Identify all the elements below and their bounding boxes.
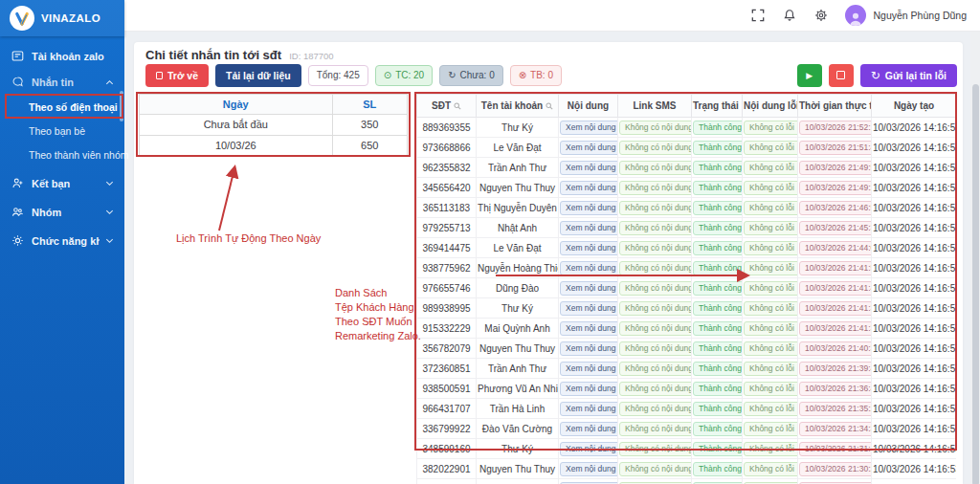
execution-time-badge: 10/03/2026 21:41:47 xyxy=(799,281,872,296)
start-button[interactable]: ▶ xyxy=(797,64,822,87)
table-header-row: SĐT Tên tài khoản Nội dung Link SMS Trạn… xyxy=(417,95,957,118)
status-badge: Thành công xyxy=(693,281,743,296)
cell-created-date: 10/03/2026 14:16:53 xyxy=(872,419,957,439)
schedule-col-sl: SL xyxy=(332,95,407,115)
view-content-button[interactable]: Xem nội dung xyxy=(560,362,618,376)
status-badge: Thành công xyxy=(693,341,743,356)
total-badge: Tổng: 425 xyxy=(308,65,368,86)
error-content-badge: Không có lỗi xyxy=(744,281,798,296)
error-content-badge: Không có lỗi xyxy=(744,181,798,195)
error-content-badge: Không có lỗi xyxy=(744,442,798,456)
resend-failed-button[interactable]: ↻ Gửi lại tin lỗi xyxy=(860,64,957,87)
cell-account-name: Trần Anh Thư xyxy=(477,359,559,379)
error-content-badge: Không có lỗi xyxy=(744,201,798,215)
cell-phone: 365113183 xyxy=(417,198,477,218)
cell-created-date: 10/03/2026 14:16:53 xyxy=(872,158,957,178)
error-content-badge: Không có lỗi xyxy=(744,402,798,416)
execution-time-badge: 10/03/2026 21:34:37 xyxy=(799,422,872,436)
view-content-button[interactable]: Xem nội dung xyxy=(560,141,618,155)
error-content-badge: Không có lỗi xyxy=(744,241,798,255)
cell-phone: 369414475 xyxy=(417,238,477,258)
schedule-col-ngay: Ngày xyxy=(140,95,333,115)
cell-phone: 979255713 xyxy=(417,218,477,238)
view-content-button[interactable]: Xem nội dung xyxy=(560,121,618,135)
cell-phone: 356782079 xyxy=(417,339,477,359)
schedule-row: 10/03/26 650 xyxy=(140,135,408,156)
view-content-button[interactable]: Xem nội dung xyxy=(560,341,618,356)
bell-icon[interactable] xyxy=(782,8,797,23)
cell-phone: 962355832 xyxy=(417,158,477,178)
col-link-sms[interactable]: Link SMS xyxy=(618,95,692,118)
view-content-button[interactable]: Xem nội dung xyxy=(560,462,618,476)
view-content-button[interactable]: Xem nội dung xyxy=(560,321,618,336)
view-content-button[interactable]: Xem nội dung xyxy=(560,241,618,255)
view-content-button[interactable]: Xem nội dung xyxy=(560,181,618,195)
col-ten-tai-khoan[interactable]: Tên tài khoản xyxy=(477,95,559,118)
view-content-button[interactable]: Xem nội dung xyxy=(560,402,618,416)
cell-phone: 336799922 xyxy=(417,419,477,439)
view-content-button[interactable]: Xem nội dung xyxy=(560,221,618,235)
view-content-button[interactable]: Xem nội dung xyxy=(560,382,618,396)
error-content-badge: Không có lỗi xyxy=(744,321,798,336)
error-content-badge: Không có lỗi xyxy=(744,221,798,235)
sidebar-item-nhom[interactable]: Nhóm xyxy=(0,199,124,225)
sidebar-item-nhan-tin[interactable]: Nhắn tin xyxy=(0,69,124,95)
brand[interactable]: VINAZALO xyxy=(0,0,124,36)
link-sms-badge: Không có nội dung xyxy=(619,161,692,175)
cell-created-date: 10/03/2026 14:16:53 xyxy=(872,198,957,218)
col-trang-thai[interactable]: Trạng thái xyxy=(692,95,743,118)
stop-button[interactable] xyxy=(829,64,854,87)
view-content-button[interactable]: Xem nội dung xyxy=(560,442,618,456)
sidebar-item-theo-thanh-vien-nhom[interactable]: Theo thành viên nhóm xyxy=(0,143,124,166)
cell-account-name: Thư Ký xyxy=(477,118,559,138)
col-noi-dung-loi[interactable]: Nội dung lỗi xyxy=(743,95,798,118)
cell-phone: 345656420 xyxy=(417,178,477,198)
reload-data-button[interactable]: Tải lại dữ liệu xyxy=(215,64,301,87)
status-badge: Thành công xyxy=(693,462,743,476)
cell-phone: 938500591 xyxy=(417,379,477,399)
col-thoi-gian-thuc-thi[interactable]: Thời gian thực thi xyxy=(798,95,872,118)
view-content-button[interactable]: Xem nội dung xyxy=(560,161,618,175)
error-content-badge: Không có lỗi xyxy=(744,462,798,476)
gear-icon[interactable] xyxy=(813,8,829,23)
col-ngay-tao[interactable]: Ngày tạo xyxy=(872,95,957,118)
sidebar-subitem-label: Theo thành viên nhóm xyxy=(29,149,129,161)
message-table-container: SĐT Tên tài khoản Nội dung Link SMS Trạn… xyxy=(416,94,956,484)
sidebar-item-tai-khoan-zalo[interactable]: Tài khoản zalo xyxy=(0,43,124,69)
sidebar-item-chuc-nang-khac[interactable]: Chức năng khác xyxy=(0,228,124,253)
avatar[interactable] xyxy=(845,5,866,26)
link-sms-badge: Không có nội dung xyxy=(619,402,692,416)
col-noi-dung[interactable]: Nội dung xyxy=(559,95,618,118)
schedule-count: 350 xyxy=(332,115,407,136)
view-content-button[interactable]: Xem nội dung xyxy=(560,301,618,316)
cell-phone: 372360851 xyxy=(417,359,477,379)
sidebar-item-theo-ban-be[interactable]: Theo bạn bè xyxy=(0,119,124,143)
cell-phone: 976655746 xyxy=(417,278,477,298)
cell-account-name: Phương Vũ An Nhiên xyxy=(477,379,559,399)
back-button[interactable]: Trở về xyxy=(145,64,209,87)
table-row: 915332229 Mai Quỳnh Anh Xem nội dung Khô… xyxy=(417,319,957,339)
back-icon xyxy=(156,72,163,79)
fullscreen-icon[interactable] xyxy=(750,8,766,23)
link-sms-badge: Không có nội dung xyxy=(619,422,692,436)
status-badge: Thành công xyxy=(693,402,743,416)
scrollbar-thumb[interactable] xyxy=(972,84,979,484)
message-table-body: 889369355 Thư Ký Xem nội dung Không có n… xyxy=(417,118,957,484)
view-content-button[interactable]: Xem nội dung xyxy=(560,201,618,215)
sidebar-item-theo-so-dien-thoai[interactable]: Theo số điện thoại xyxy=(0,95,124,119)
user-name[interactable]: Nguyễn Phùng Dũng xyxy=(874,10,968,21)
col-sdt[interactable]: SĐT xyxy=(417,95,477,118)
execution-time-badge: 10/03/2026 21:49:50 xyxy=(799,161,872,175)
table-row: 979255713 Nhật Anh Xem nội dung Không có… xyxy=(417,218,957,238)
table-row: 889369355 Thư Ký Xem nội dung Không có n… xyxy=(417,118,957,138)
cell-account-name: Nguyen Thu Thuy xyxy=(477,339,559,359)
view-content-button[interactable]: Xem nội dung xyxy=(560,281,618,296)
sidebar-scrollbar[interactable] xyxy=(120,91,123,121)
sidebar-item-ket-ban[interactable]: Kết bạn xyxy=(0,170,124,196)
view-content-button[interactable]: Xem nội dung xyxy=(560,261,618,275)
link-sms-badge: Không có nội dung xyxy=(619,141,692,155)
table-row: 358703338 Trần Anh Thư Xem nội dung Khôn… xyxy=(417,479,957,484)
chevron-down-icon xyxy=(106,179,113,186)
execution-time-badge: 10/03/2026 21:41:37 xyxy=(799,301,872,316)
view-content-button[interactable]: Xem nội dung xyxy=(560,422,618,436)
